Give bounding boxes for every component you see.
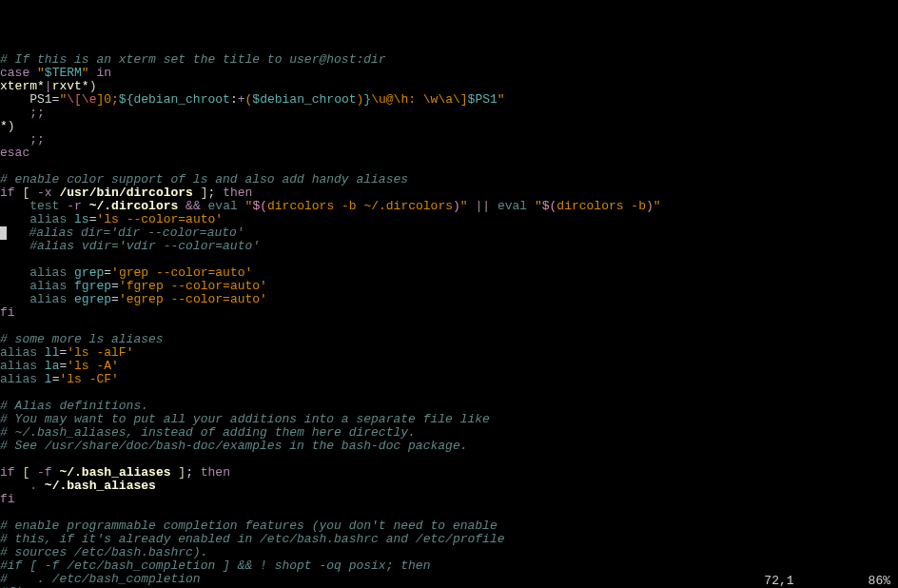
code-line[interactable]: . ~/.bash_aliases: [0, 480, 898, 493]
code-line[interactable]: #alias vdir='vdir --color=auto': [0, 240, 898, 253]
code-line[interactable]: xterm*|rxvt*): [0, 80, 898, 93]
cursor-position: 72,1: [764, 574, 793, 588]
code-line[interactable]: #alias dir='dir --color=auto': [0, 226, 898, 240]
code-line[interactable]: [0, 253, 898, 266]
code-line[interactable]: # See /usr/share/doc/bash-doc/examples i…: [0, 440, 898, 453]
cursor: [0, 226, 7, 240]
code-line[interactable]: # enable color support of ls and also ad…: [0, 173, 898, 186]
code-line[interactable]: alias l='ls -CF': [0, 373, 898, 386]
code-line[interactable]: test -r ~/.dircolors && eval "$(dircolor…: [0, 200, 898, 213]
code-line[interactable]: *): [0, 120, 898, 133]
code-line[interactable]: alias fgrep='fgrep --color=auto': [0, 280, 898, 293]
code-line[interactable]: # You may want to put all your additions…: [0, 413, 898, 426]
code-line[interactable]: [0, 453, 898, 466]
code-line[interactable]: # If this is an xterm set the title to u…: [0, 53, 898, 67]
code-line[interactable]: alias ls='ls --color=auto': [0, 213, 898, 226]
code-line[interactable]: # this, if it's already enabled in /etc/…: [0, 533, 898, 546]
code-line[interactable]: [0, 160, 898, 173]
scroll-percentage: 86%: [869, 574, 890, 588]
code-line[interactable]: [0, 506, 898, 519]
code-line[interactable]: # Alias definitions.: [0, 400, 898, 413]
code-line[interactable]: if [ -x /usr/bin/dircolors ]; then: [0, 186, 898, 200]
code-line[interactable]: # enable programmable completion feature…: [0, 519, 898, 533]
code-line[interactable]: alias egrep='egrep --color=auto': [0, 293, 898, 306]
code-line[interactable]: # some more ls aliases: [0, 333, 898, 346]
code-line[interactable]: esac: [0, 147, 898, 160]
code-line[interactable]: [0, 320, 898, 333]
code-line[interactable]: case "$TERM" in: [0, 67, 898, 80]
code-line[interactable]: fi: [0, 493, 898, 506]
code-line[interactable]: PS1="\[\e]0;${debian_chroot:+($debian_ch…: [0, 93, 898, 107]
code-line[interactable]: alias grep='grep --color=auto': [0, 266, 898, 280]
vim-status-bar: 72,1 86%: [750, 561, 890, 588]
code-line[interactable]: if [ -f ~/.bash_aliases ]; then: [0, 466, 898, 480]
code-line[interactable]: # sources /etc/bash.bashrc).: [0, 546, 898, 559]
code-line[interactable]: fi: [0, 306, 898, 320]
code-line[interactable]: alias ll='ls -alF': [0, 346, 898, 360]
code-line[interactable]: # ~/.bash_aliases, instead of adding the…: [0, 426, 898, 440]
code-line[interactable]: ;;: [0, 107, 898, 120]
code-line[interactable]: alias la='ls -A': [0, 360, 898, 373]
code-line[interactable]: ;;: [0, 133, 898, 147]
editor-content[interactable]: # If this is an xterm set the title to u…: [0, 53, 898, 588]
code-line[interactable]: [0, 386, 898, 400]
